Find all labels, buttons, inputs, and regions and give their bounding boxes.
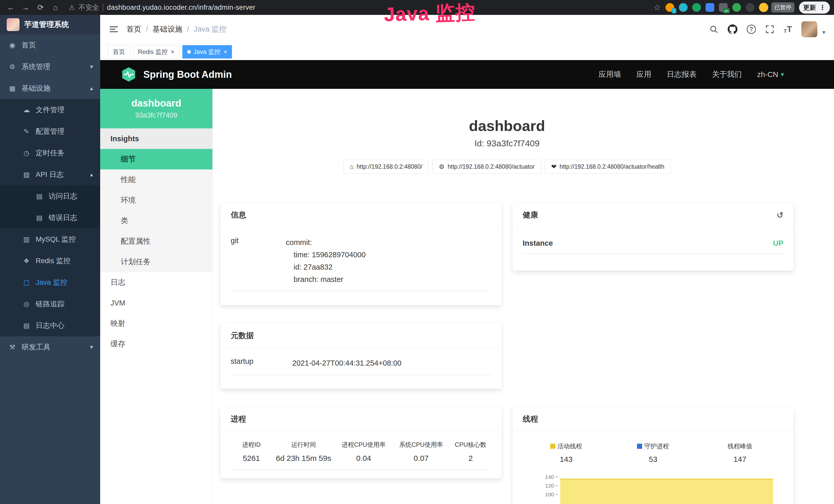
sidebar-item-api-logs[interactable]: ▧ API 日志 ▴	[0, 164, 100, 185]
annotation-java-monitor: Java 监控	[384, 0, 476, 28]
sidebar-item-system-mgmt[interactable]: ⚙ 系统管理 ▾	[0, 56, 100, 77]
clock-icon: ◷	[22, 149, 31, 157]
tab-redis-monitor[interactable]: Redis 监控 ×	[133, 45, 179, 59]
extension-icon-dark[interactable]	[746, 3, 754, 12]
sba-item-jvm[interactable]: JVM	[100, 293, 213, 313]
instance-header[interactable]: dashboard 93a3fc7f7409	[100, 89, 213, 129]
cloud-icon: ☁	[22, 106, 31, 114]
column-header: 进程CPU使用率	[335, 441, 393, 449]
git-time-line: time: 1596289704000	[286, 249, 491, 261]
hamburger-icon[interactable]	[109, 24, 119, 34]
chevron-down-icon[interactable]: ▾	[822, 29, 825, 37]
sidebar-item-label: 文件管理	[36, 105, 64, 115]
app-title: 芋道管理系统	[24, 20, 69, 30]
tab-home[interactable]: 首页	[108, 45, 130, 59]
service-url-link[interactable]: ⌂ http://192.168.0.2:48080/	[343, 160, 429, 174]
threads-chart: 140 120 100	[523, 473, 784, 504]
github-icon[interactable]	[728, 24, 738, 34]
actuator-url-link[interactable]: ⚙ http://192.168.0.2:48080/actuator	[432, 160, 541, 174]
sba-item-details[interactable]: 细节	[100, 149, 213, 169]
sidebar-item-error-logs[interactable]: ▤ 错误日志	[0, 207, 100, 229]
chevron-up-icon: ▴	[90, 85, 93, 92]
extension-icon-green[interactable]	[692, 3, 701, 12]
spring-boot-admin-logo[interactable]	[121, 67, 137, 83]
chevron-down-icon: ▾	[781, 71, 784, 78]
menu-dots-icon[interactable]: ⋮	[819, 4, 826, 12]
chart-plot-area	[560, 473, 784, 504]
blue-swatch-icon	[637, 444, 642, 449]
sba-item-classes[interactable]: 类	[100, 210, 213, 231]
legend-label: 守护进程	[644, 442, 669, 450]
update-button[interactable]: 更新 ⋮	[799, 2, 830, 14]
sba-item-caches[interactable]: 缓存	[100, 334, 213, 354]
extension-icon-orange[interactable]: 1	[665, 3, 674, 12]
sba-brand-title[interactable]: Spring Boot Admin	[143, 69, 232, 80]
warning-icon: ⚠	[69, 4, 75, 12]
breadcrumb-infrastructure[interactable]: 基础设施	[153, 24, 182, 35]
sidebar-item-scheduled-tasks[interactable]: ◷ 定时任务	[0, 142, 100, 164]
tab-label: 首页	[113, 48, 125, 56]
sidebar-item-trace[interactable]: ◎ 链路追踪	[0, 293, 100, 315]
back-button[interactable]: ←	[4, 0, 18, 15]
search-icon[interactable]	[709, 25, 719, 34]
extension-count-badge: 1	[672, 8, 676, 13]
address-bar[interactable]: ⚠ 不安全 dashboard.yudao.iocoder.cn/infra/a…	[69, 3, 255, 12]
sidebar-item-file-mgmt[interactable]: ☁ 文件管理	[0, 99, 100, 121]
sba-item-mappings[interactable]: 映射	[100, 313, 213, 334]
sidebar-item-home[interactable]: ◉ 首页	[0, 35, 100, 56]
system-cpu: 0.07	[393, 454, 450, 463]
metadata-card: 元数据 startup 2021-04-27T00:44:31.254+08:0…	[220, 323, 502, 389]
extension-icon-leaf[interactable]	[732, 3, 741, 12]
sba-item-logs[interactable]: 日志	[100, 272, 213, 293]
font-size-icon[interactable]: TT	[784, 24, 792, 34]
close-icon[interactable]: ×	[223, 48, 227, 55]
reload-button[interactable]: ⟳	[34, 0, 47, 15]
sidebar-item-mysql-monitor[interactable]: ▥ MySQL 监控	[0, 229, 100, 250]
breadcrumb-home[interactable]: 首页	[126, 24, 141, 35]
nav-about[interactable]: 关于我们	[712, 69, 742, 79]
health-instance-row[interactable]: Instance UP	[523, 239, 784, 254]
sidebar-item-infrastructure[interactable]: ▦ 基础设施 ▴	[0, 77, 100, 99]
sidebar-item-config-mgmt[interactable]: ✎ 配置管理	[0, 121, 100, 142]
tab-java-monitor[interactable]: Java 监控 ×	[182, 45, 232, 59]
sidebar-item-access-logs[interactable]: ▤ 访问日志	[0, 185, 100, 207]
health-url-link[interactable]: ❤ http://192.168.0.2:48080/actuator/heal…	[545, 160, 671, 174]
close-icon[interactable]: ×	[171, 48, 174, 55]
nav-journal[interactable]: 日志报表	[667, 69, 697, 79]
bookmark-star-icon[interactable]: ☆	[654, 3, 661, 12]
forward-button[interactable]: →	[19, 0, 32, 15]
sba-item-metrics[interactable]: 性能	[100, 169, 213, 190]
breadcrumb-separator: /	[187, 25, 189, 33]
browser-home-button[interactable]: ⌂	[49, 0, 62, 15]
history-icon[interactable]: ↺	[776, 210, 784, 220]
tags-view: 首页 Redis 监控 × Java 监控 ×	[100, 44, 834, 60]
help-icon[interactable]: ?	[747, 25, 756, 34]
card-title: 信息	[231, 210, 246, 220]
big-t: T	[787, 24, 792, 34]
git-branch-line: branch: master	[286, 273, 491, 286]
language-selector[interactable]: zh-CN ▾	[757, 70, 784, 79]
process-card: 进程 进程ID 5261 运行时间	[220, 407, 502, 478]
sidebar-item-dev-tools[interactable]: ⚒ 研发工具 ▾	[0, 336, 100, 358]
logo-row[interactable]: 芋道管理系统	[0, 15, 100, 35]
nav-applications[interactable]: 应用	[636, 69, 651, 79]
tampermonkey-face-icon[interactable]	[759, 3, 768, 12]
sidebar-item-redis-monitor[interactable]: ❖ Redis 监控	[0, 250, 100, 272]
nav-wallboard[interactable]: 应用墙	[599, 69, 621, 79]
sba-item-environment[interactable]: 环境	[100, 190, 213, 210]
sidebar-item-log-center[interactable]: ▤ 日志中心	[0, 315, 100, 336]
gear-icon: ⚙	[8, 63, 17, 71]
extension-icon-switch[interactable]: on	[719, 3, 728, 12]
fullscreen-icon[interactable]	[765, 25, 774, 34]
sba-item-config-props[interactable]: 配置属性	[100, 231, 213, 252]
sidebar-item-java-monitor[interactable]: ▢ Java 监控	[0, 272, 100, 293]
sba-nav: 应用墙 应用 日志报表 关于我们 zh-CN ▾	[599, 69, 784, 79]
column-header: CPU核心数	[450, 441, 491, 449]
avatar[interactable]	[802, 21, 817, 37]
sba-content: dashboard Id: 93a3fc7f7409 ⌂ http://192.…	[213, 89, 834, 504]
language-label: zh-CN	[757, 70, 778, 79]
threads-legend: 活动线程 143 守护进程	[523, 441, 784, 464]
extension-icon-blue-grid[interactable]	[706, 3, 714, 12]
extension-icon-teal[interactable]	[679, 3, 687, 12]
sba-item-scheduled-tasks[interactable]: 计划任务	[100, 252, 213, 272]
